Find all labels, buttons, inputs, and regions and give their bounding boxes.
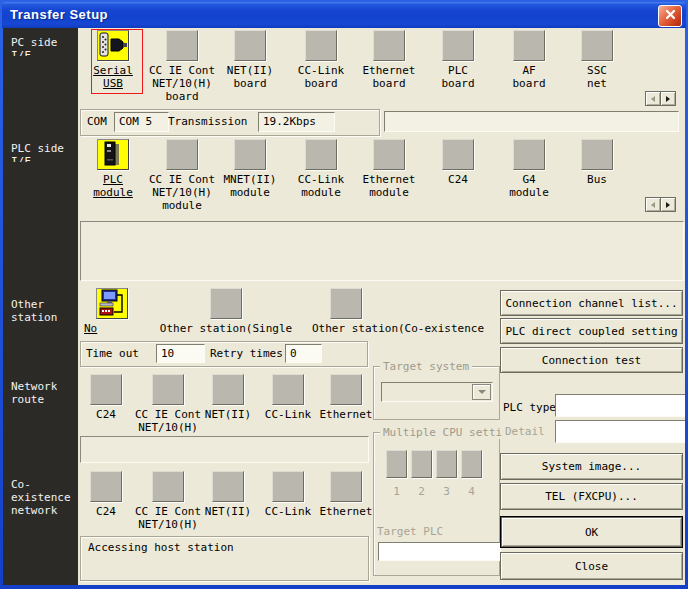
- coexistence-cclink-icon[interactable]: [272, 471, 304, 502]
- plc-if-bus-icon[interactable]: [581, 139, 613, 170]
- plc-if-cc-ie-cont-module-icon[interactable]: [166, 139, 198, 170]
- target-system-dropdown-button: [472, 384, 491, 400]
- com-extra-bar: [384, 111, 679, 132]
- retry-times-label: Retry times: [210, 347, 283, 360]
- plc-if-cclink-module-icon[interactable]: [305, 139, 337, 170]
- transmission-label: Transmission: [168, 115, 247, 128]
- other-station-label-no[interactable]: No: [84, 322, 97, 335]
- multiple-cpu-slot3-button: [436, 450, 457, 478]
- interface-info-panel: [80, 221, 684, 281]
- scroll-left-icon: [651, 202, 655, 208]
- connection-test-button[interactable]: Connection test: [500, 347, 683, 373]
- pc-if-label-ssc-net[interactable]: SSC net: [552, 64, 642, 90]
- dialog-body: PC side I/F PLC side I/F Other station N…: [3, 28, 685, 585]
- transmission-speed-field[interactable]: 19.2Kbps: [258, 112, 335, 132]
- plc-if-scroll-right-button[interactable]: [660, 197, 676, 212]
- coexistence-ethernet-icon[interactable]: [330, 471, 362, 502]
- scroll-right-icon: [666, 202, 670, 208]
- sidebar-label-pc-side: PC side I/F: [11, 36, 57, 56]
- plc-if-mnet2-module-icon[interactable]: [234, 139, 266, 170]
- system-image-button[interactable]: System image...: [500, 453, 683, 480]
- plc-type-label: PLC type: [503, 401, 556, 414]
- pc-if-cclink-board-icon[interactable]: [305, 30, 337, 61]
- timeout-label: Time out: [86, 347, 139, 360]
- close-button-dialog[interactable]: Close: [500, 552, 683, 580]
- network-route-ethernet-icon[interactable]: [330, 374, 362, 405]
- pc-if-serial-usb-icon[interactable]: [97, 30, 129, 61]
- status-message: Accessing host station: [88, 541, 234, 554]
- com-label: COM: [87, 115, 107, 128]
- target-system-combobox: [381, 382, 493, 402]
- plc-type-field: [555, 394, 685, 417]
- detail-label: Detail: [505, 425, 545, 438]
- plc-if-label-bus[interactable]: Bus: [552, 173, 642, 186]
- other-station-no-icon[interactable]: [96, 288, 128, 319]
- plc-direct-coupled-setting-button[interactable]: PLC direct coupled setting: [500, 318, 683, 344]
- plc-if-scroll-left-button: [645, 197, 661, 212]
- pc-if-cc-ie-cont-board-icon[interactable]: [166, 30, 198, 61]
- close-icon: [665, 9, 676, 23]
- connection-channel-list-button[interactable]: Connection channel list...: [500, 290, 683, 316]
- transfer-setup-dialog: Transfer Setup PC side I/F PLC side I/F …: [0, 0, 688, 589]
- multiple-cpu-slot4-number: 4: [461, 485, 482, 498]
- network-route-cclink-icon[interactable]: [272, 374, 304, 405]
- ok-button[interactable]: OK: [501, 517, 682, 547]
- other-station-label-coexistence[interactable]: Other station(Co-existence: [307, 322, 489, 335]
- target-system-label: Target system: [380, 360, 472, 373]
- pc-if-scroll-left-button: [645, 91, 661, 106]
- multiple-cpu-slot3-number: 3: [436, 485, 457, 498]
- scroll-left-icon: [651, 96, 655, 102]
- pc-if-af-board-icon[interactable]: [513, 30, 545, 61]
- multiple-cpu-slot2-number: 2: [411, 485, 432, 498]
- detail-field: [555, 420, 685, 443]
- tel-fxcpu-button[interactable]: TEL (FXCPU)...: [500, 483, 683, 510]
- window-title: Transfer Setup: [10, 7, 108, 22]
- plc-if-g4-module-icon[interactable]: [513, 139, 545, 170]
- network-route-info-panel: [80, 436, 369, 463]
- timeout-field[interactable]: 10: [156, 344, 205, 363]
- com-port-field[interactable]: COM 5: [114, 112, 169, 132]
- target-plc-label: Target PLC: [377, 525, 443, 538]
- section-sidebar: PC side I/F PLC side I/F Other station N…: [3, 28, 78, 585]
- sidebar-label-other-station: Other station: [11, 298, 57, 324]
- plc-if-plc-module-icon[interactable]: [97, 139, 129, 170]
- pc-if-net2-board-icon[interactable]: [234, 30, 266, 61]
- target-plc-field: [378, 542, 501, 561]
- plc-if-ethernet-module-icon[interactable]: [373, 139, 405, 170]
- pc-if-ethernet-board-icon[interactable]: [373, 30, 405, 61]
- network-route-c24-icon[interactable]: [90, 374, 122, 405]
- coexistence-c24-icon[interactable]: [90, 471, 122, 502]
- multiple-cpu-slot2-button: [411, 450, 432, 478]
- sidebar-label-network-route: Network route: [11, 380, 57, 406]
- network-route-net2-icon[interactable]: [212, 374, 244, 405]
- plc-if-c24-icon[interactable]: [442, 139, 474, 170]
- window-titlebar: Transfer Setup: [2, 2, 686, 28]
- other-station-single-icon[interactable]: [210, 288, 242, 319]
- retry-times-field[interactable]: 0: [285, 344, 322, 363]
- multiple-cpu-slot4-button: [461, 450, 482, 478]
- other-station-coexistence-icon[interactable]: [330, 288, 362, 319]
- chevron-down-icon: [478, 390, 486, 394]
- sidebar-label-plc-side: PLC side I/F: [11, 142, 64, 162]
- pc-if-scroll-right-button[interactable]: [660, 91, 676, 106]
- coexistence-cc-ie-cont-icon[interactable]: [152, 471, 184, 502]
- coexistence-net2-icon[interactable]: [212, 471, 244, 502]
- multiple-cpu-slot1-button: [386, 450, 407, 478]
- status-box: Accessing host station: [80, 536, 369, 581]
- pc-if-plc-board-icon[interactable]: [442, 30, 474, 61]
- close-button[interactable]: [658, 5, 682, 27]
- multiple-cpu-label: Multiple CPU setting: [380, 426, 503, 439]
- network-route-cc-ie-cont-icon[interactable]: [152, 374, 184, 405]
- pc-if-ssc-net-icon[interactable]: [581, 30, 613, 61]
- scroll-right-icon: [666, 96, 670, 102]
- multiple-cpu-slot1-number: 1: [386, 485, 407, 498]
- other-station-label-single[interactable]: Other station(Single: [136, 322, 316, 335]
